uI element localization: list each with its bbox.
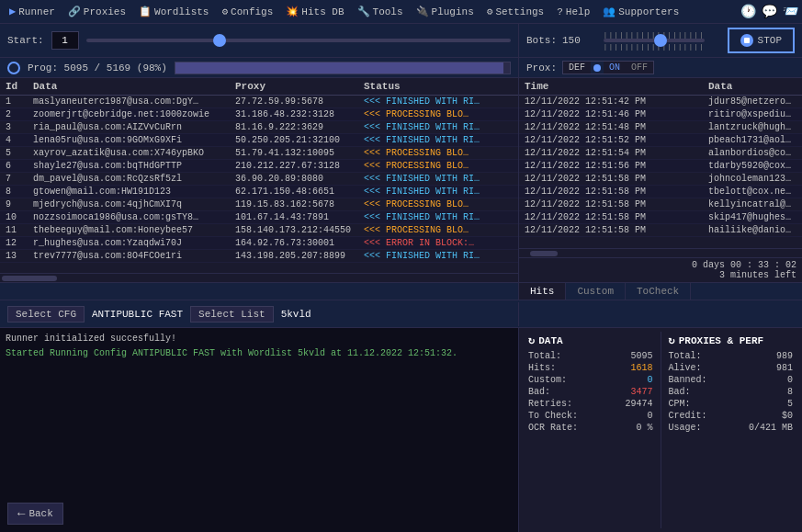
log-line: Runner initialized succesfully! [6,332,513,346]
proxies-val: 989 [776,351,793,361]
settings-icon: ⚙ [487,6,493,17]
cell-id: 13 [6,251,33,261]
stop-inner-icon [744,38,750,43]
cell-data: xayrov_azatik@usa.com:X746ypBKO [33,148,235,158]
stats-key: Custom: [528,375,567,385]
col-status: Status [364,81,513,92]
prox-toggle-group: DEF ON OFF [562,61,654,74]
cell-proxy: 36.90.20.89:8080 [235,174,364,184]
menu-wordlists-label: Wordlists [154,6,209,17]
bottom-section: Runner initialized succesfully!Started R… [0,328,802,532]
start-slider[interactable] [86,39,511,42]
proxies-val: 0/421 MB [749,423,793,433]
col-time: Time [525,81,708,92]
start-slider-thumb[interactable] [213,34,226,47]
table-header: Id Data Proxy Status [0,78,518,96]
menu-hitsdb[interactable]: 💥 Hits DB [280,4,349,19]
bots-slider[interactable] [604,39,705,42]
cell-status: <<< PROCESSING BLO… [364,199,513,209]
menu-bar: ▶ Runner 🔗 Proxies 📋 Wordlists ⚙ Configs… [0,0,802,24]
cell-status: <<< PROCESSING BLO… [364,161,513,171]
hits-tab-tocheck[interactable]: ToCheck [626,283,691,300]
h-scrollbar-left[interactable] [0,273,518,282]
proxies-key: Banned: [669,375,707,385]
stats-data-rows: Total: 5095 Hits: 1618 Custom: 0 Bad: 34… [528,351,653,433]
col-hit-data: Data [708,81,796,92]
start-input[interactable] [51,31,79,50]
table-row: 1 maslyaneuterc1987@usa.com:DgY… 27.72.5… [0,96,518,108]
stats-panels: ↻ DATA Total: 5095 Hits: 1618 Custom: 0 … [519,328,802,532]
stats-data-row: OCR Rate: 0 % [528,423,653,433]
hits-tab-custom[interactable]: Custom [566,283,626,300]
stats-divider [661,332,661,528]
menu-help[interactable]: ? Help [551,5,595,19]
hit-data: lantzruck@hughes.net… [708,122,796,132]
hit-data: alanbordios@cox.net:1… [708,148,796,158]
hitsdb-icon: 💥 [286,6,299,17]
select-list-button[interactable]: Select List [190,306,274,323]
menu-proxies-label: Proxies [84,6,126,17]
hits-row: 12/11/2022 12:51:58 PM tbelott@cox.net:A… [519,186,802,198]
stats-val: 0 % [636,423,652,433]
prox-on-btn[interactable]: ON [604,62,626,74]
hits-row: 12/11/2022 12:51:52 PM pbeach1731@aol.co… [519,134,802,147]
h-scrollbar-right-thumb[interactable] [530,251,558,256]
stats-proxies-row: Alive: 981 [669,363,794,373]
select-cfg-button[interactable]: Select CFG [7,306,85,323]
menu-tools-label: Tools [373,6,403,17]
hits-row: 12/11/2022 12:51:58 PM hailiike@danionto… [519,224,802,237]
stats-data-row: Custom: 0 [528,375,653,385]
plugins-icon: 🔌 [416,6,429,17]
stats-proxies-rows: Total: 989 Alive: 981 Banned: 0 Bad: 8 C… [669,351,794,433]
table-row: 4 lena05ru@usa.com:9GOMxG9XFi 50.250.205… [0,134,518,147]
stop-button[interactable]: STOP [728,28,795,53]
hit-data: pbeach1731@aol.com… [708,135,796,145]
prox-def-btn[interactable]: DEF [563,62,591,74]
col-data: Data [33,81,235,92]
timer-remaining: 3 minutes left [525,270,796,280]
menu-wordlists[interactable]: 📋 Wordlists [133,4,214,19]
hit-time: 12/11/2022 12:51:58 PM [525,225,708,235]
menu-configs[interactable]: ⚙ Configs [216,4,278,19]
bots-slider-thumb[interactable] [654,34,667,47]
hit-time: 12/11/2022 12:51:58 PM [525,187,708,197]
stats-key: To Check: [528,411,578,421]
back-label: Back [28,508,52,519]
stats-proxies-row: Credit: $0 [669,411,794,421]
h-scrollbar-left-thumb[interactable] [2,276,57,281]
bots-tick-bottom: ||||||||||||||||||| [604,42,705,51]
hits-row: 12/11/2022 12:51:46 PM ritiro@xspedius.n… [519,108,802,121]
menu-settings[interactable]: ⚙ Settings [481,4,549,19]
stats-data-panel: ↻ DATA Total: 5095 Hits: 1618 Custom: 0 … [525,332,657,528]
proxies-key: CPM: [669,399,691,409]
col-proxy: Proxy [235,81,364,92]
menu-proxies[interactable]: 🔗 Proxies [62,4,131,19]
cell-id: 1 [6,96,33,107]
configs-icon: ⚙ [221,6,228,17]
stats-data-row: To Check: 0 [528,411,653,421]
back-button[interactable]: ← Back [7,503,63,525]
table-row: 10 nozzsoimoca1986@usa.com:gsTY8… 101.67… [0,211,518,224]
cell-status: <<< PROCESSING BLO… [364,109,513,119]
hit-data: tbelott@cox.net:Addis… [708,187,796,197]
timer-section: 0 days 00 : 33 : 02 3 minutes left [519,257,802,282]
menu-supporters[interactable]: 👥 Supporters [597,4,684,19]
cell-id: 4 [6,135,33,145]
menu-configs-label: Configs [231,6,273,17]
hits-tab-hits[interactable]: Hits [519,283,566,300]
table-row: 2 zoomerjrt@cebridge.net:1000zowie 31.18… [0,108,518,121]
h-scrollbar-right[interactable] [519,248,802,257]
stats-val: 0 [647,375,652,385]
hit-time: 12/11/2022 12:51:56 PM [525,161,708,171]
menu-plugins[interactable]: 🔌 Plugins [411,4,480,19]
proxies-val: 0 [787,375,793,385]
stats-key: Total: [528,351,561,361]
proxies-val: $0 [782,411,793,421]
prox-off-btn[interactable]: OFF [626,62,653,74]
menu-runner[interactable]: ▶ Runner [4,3,61,20]
app-container: ▶ Runner 🔗 Proxies 📋 Wordlists ⚙ Configs… [0,0,802,532]
cell-data: r_hughes@usa.com:Yzaqdwi70J [33,238,235,248]
cell-id: 6 [6,161,33,171]
menu-tools[interactable]: 🔧 Tools [352,4,409,19]
cell-id: 2 [6,109,33,119]
